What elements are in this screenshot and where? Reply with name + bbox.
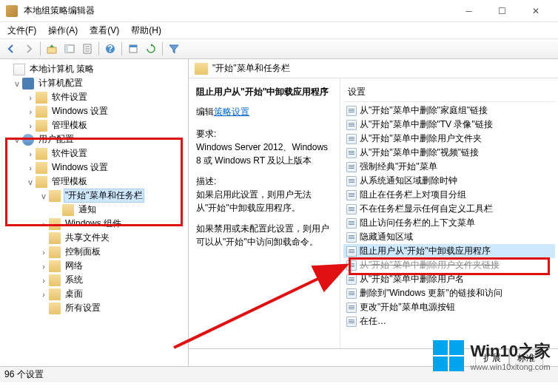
setting-item[interactable]: 从系统通知区域删除时钟 <box>343 174 555 188</box>
setting-item[interactable]: 在任… <box>343 314 555 328</box>
setting-icon <box>346 317 357 327</box>
setting-item[interactable]: 强制经典"开始"菜单 <box>343 160 555 174</box>
twisty-icon[interactable]: › <box>38 290 49 299</box>
back-button[interactable] <box>3 41 19 57</box>
right-pane: "开始"菜单和任务栏 阻止用户从"开始"中卸载应用程序 编辑策略设置 要求: W… <box>189 59 558 366</box>
tree-desktop[interactable]: › 桌面 <box>1 287 186 301</box>
show-hide-tree-button[interactable] <box>61 41 78 57</box>
svg-rect-7 <box>130 45 137 47</box>
setting-label: 强制经典"开始"菜单 <box>360 160 437 173</box>
setting-item[interactable]: 从"开始"菜单中删除用户文件夹 <box>343 132 555 146</box>
up-button[interactable] <box>44 41 60 57</box>
twisty-icon[interactable]: › <box>25 163 36 172</box>
help-button[interactable]: ? <box>102 41 118 57</box>
setting-item[interactable]: 阻止访问任务栏的上下文菜单 <box>343 216 555 230</box>
setting-item[interactable]: 阻止用户从"开始"中卸载应用程序 <box>343 244 555 258</box>
setting-icon <box>346 190 357 200</box>
close-button[interactable]: ✕ <box>519 1 552 21</box>
forward-button[interactable] <box>21 41 37 57</box>
twisty-icon[interactable]: v <box>12 135 22 144</box>
folder-icon <box>49 218 61 230</box>
policy-icon <box>13 64 25 75</box>
tree-cc-software[interactable]: › 软件设置 <box>1 90 186 104</box>
tree-cc-windows[interactable]: › Windows 设置 <box>1 104 186 118</box>
path-text: "开始"菜单和任务栏 <box>212 62 290 75</box>
twisty-icon[interactable]: › <box>38 248 49 257</box>
setting-label: 不在任务栏显示任何自定义工具栏 <box>360 203 493 215</box>
tree-notify[interactable]: 通知 <box>1 203 186 217</box>
folder-icon <box>49 303 61 314</box>
setting-item[interactable]: 删除到"Windows 更新"的链接和访问 <box>343 286 555 300</box>
setting-item[interactable]: 从"开始"菜单中删除用户文件夹链接 <box>343 258 555 272</box>
settings-column-header[interactable]: 设置 <box>343 83 555 102</box>
setting-item[interactable]: 更改"开始"菜单电源按钮 <box>343 300 555 314</box>
setting-icon <box>346 148 357 158</box>
twisty-icon[interactable]: › <box>25 107 36 116</box>
watermark-brand: Win10之家 <box>470 340 551 362</box>
folder-icon <box>36 92 47 104</box>
app-icon <box>6 5 18 17</box>
folder-icon <box>49 232 61 244</box>
setting-icon <box>346 106 357 116</box>
tree-uc-software[interactable]: › 软件设置 <box>1 146 186 160</box>
twisty-icon[interactable]: › <box>38 262 49 271</box>
window-controls: ─ ☐ ✕ <box>452 1 552 21</box>
tree-start-taskbar[interactable]: v "开始"菜单和任务栏 <box>1 189 186 203</box>
setting-icon <box>346 204 357 214</box>
twisty-icon[interactable]: › <box>38 220 49 229</box>
twisty-icon[interactable]: › <box>25 121 36 130</box>
tree-control-panel[interactable]: › 控制面板 <box>1 245 186 259</box>
tree-uc-windows[interactable]: › Windows 设置 <box>1 160 186 175</box>
content-area: 本地计算机 策略 v 计算机配置 › 软件设置 › Windows 设置 › 管… <box>0 59 558 366</box>
setting-label: 从"开始"菜单中删除"家庭组"链接 <box>360 104 488 117</box>
twisty-icon[interactable]: › <box>25 149 36 158</box>
setting-icon <box>346 120 357 130</box>
twisty-icon[interactable]: › <box>38 276 49 285</box>
twisty-icon[interactable]: › <box>25 93 36 102</box>
tree-computer-config[interactable]: v 计算机配置 <box>1 76 186 90</box>
folder-icon <box>36 106 47 118</box>
folder-icon <box>36 162 47 174</box>
setting-item[interactable]: 不在任务栏显示任何自定义工具栏 <box>343 202 555 216</box>
tree-all-settings[interactable]: 所有设置 <box>1 301 186 315</box>
menu-view[interactable]: 查看(V) <box>85 23 124 38</box>
tree-win-components[interactable]: › Windows 组件 <box>1 217 186 231</box>
setting-icon <box>346 274 357 285</box>
status-text: 96 个设置 <box>4 368 44 381</box>
tree-uc-admin[interactable]: v 管理模板 <box>1 175 186 189</box>
setting-item[interactable]: 从"开始"菜单中删除"家庭组"链接 <box>343 104 555 118</box>
setting-item[interactable]: 从"开始"菜单中删除用户名 <box>343 272 555 286</box>
twisty-icon[interactable]: v <box>12 79 22 88</box>
folder-icon <box>49 288 61 300</box>
menu-help[interactable]: 帮助(H) <box>127 23 166 38</box>
edit-policy-link[interactable]: 编辑策略设置 <box>196 106 332 118</box>
folder-icon <box>49 190 61 202</box>
twisty-icon[interactable]: v <box>25 178 36 186</box>
settings-list[interactable]: 设置 从"开始"菜单中删除"家庭组"链接从"开始"菜单中删除"TV 录像"链接从… <box>340 78 558 348</box>
menu-action[interactable]: 操作(A) <box>44 23 82 38</box>
tree-pane[interactable]: 本地计算机 策略 v 计算机配置 › 软件设置 › Windows 设置 › 管… <box>0 59 189 366</box>
refresh-button[interactable] <box>143 41 159 57</box>
tree-system[interactable]: › 系统 <box>1 273 186 287</box>
setting-label: 隐藏通知区域 <box>360 231 413 243</box>
menu-file[interactable]: 文件(F) <box>3 23 41 38</box>
setting-label: 从"开始"菜单中删除用户文件夹 <box>360 132 482 145</box>
tree-network[interactable]: › 网络 <box>1 259 186 273</box>
maximize-button[interactable]: ☐ <box>485 1 519 21</box>
twisty-icon[interactable]: v <box>38 192 49 200</box>
tree-user-config[interactable]: v 用户配置 <box>1 132 186 146</box>
setting-item[interactable]: 隐藏通知区域 <box>343 230 555 244</box>
tree-shared-folders[interactable]: 共享文件夹 <box>1 231 186 245</box>
tree-root[interactable]: 本地计算机 策略 <box>1 62 186 76</box>
setting-label: 删除到"Windows 更新"的链接和访问 <box>360 287 502 300</box>
setting-item[interactable]: 阻止在任务栏上对项目分组 <box>343 188 555 202</box>
setting-item[interactable]: 从"开始"菜单中删除"TV 录像"链接 <box>343 118 555 132</box>
tree-cc-admin[interactable]: › 管理模板 <box>1 118 186 132</box>
minimize-button[interactable]: ─ <box>452 1 485 21</box>
filter-button[interactable] <box>166 41 182 57</box>
requirements: 要求: Windows Server 2012、Windows 8 或 Wind… <box>196 127 332 167</box>
properties-button[interactable] <box>125 41 141 57</box>
setting-item[interactable]: 从"开始"菜单中删除"视频"链接 <box>343 146 555 160</box>
setting-icon <box>346 260 357 271</box>
export-list-button[interactable] <box>79 41 95 57</box>
